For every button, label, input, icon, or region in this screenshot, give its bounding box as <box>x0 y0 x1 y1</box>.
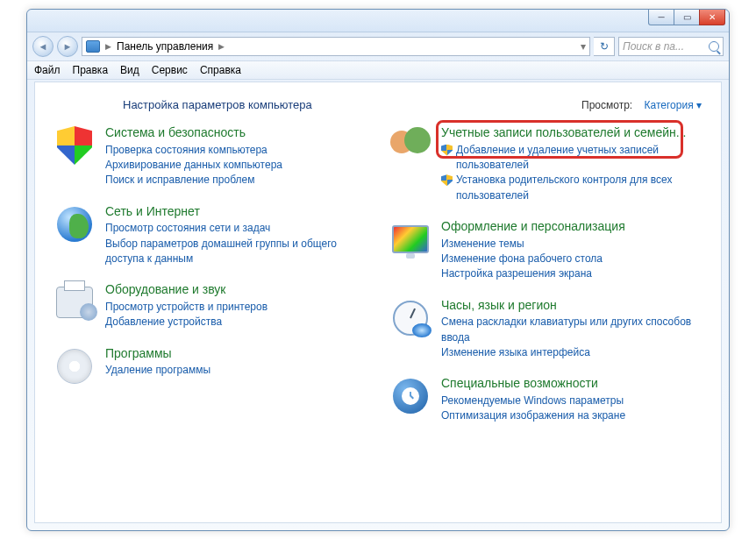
hardware-sound-icon <box>54 282 95 323</box>
search-input[interactable]: Поиск в па... <box>618 37 724 56</box>
close-button[interactable]: ✕ <box>699 10 725 25</box>
breadcrumb-sep-icon: ▶ <box>105 42 111 51</box>
breadcrumb-dropdown-icon[interactable]: ▾ <box>581 40 586 53</box>
category-programs: Программы Удаление программы <box>54 346 366 386</box>
link-troubleshoot[interactable]: Поиск и исправление проблем <box>105 173 366 188</box>
content-header: Настройка параметров компьютера Просмотр… <box>54 98 702 111</box>
window-controls: ─ ▭ ✕ <box>649 10 725 25</box>
category-link-appearance[interactable]: Оформление и персонализация <box>441 219 702 235</box>
category-system: Система и безопасность Проверка состояни… <box>54 125 366 188</box>
network-internet-icon <box>54 204 95 245</box>
link-wallpaper[interactable]: Изменение фона рабочего стола <box>441 252 702 266</box>
titlebar[interactable]: ─ ▭ ✕ <box>27 10 729 32</box>
category-link-clock[interactable]: Часы, язык и регион <box>441 298 702 314</box>
appearance-icon <box>390 219 431 259</box>
refresh-button[interactable]: ↻ <box>594 37 615 56</box>
menu-view[interactable]: Вид <box>120 64 139 76</box>
link-check-status[interactable]: Проверка состояния компьютера <box>105 143 366 158</box>
category-link-system[interactable]: Система и безопасность <box>105 125 366 141</box>
menu-file[interactable]: Файл <box>34 64 61 76</box>
right-column: Учетные записи пользователей и семейн...… <box>390 125 702 440</box>
link-parental-controls[interactable]: Установка родительского контроля для все… <box>456 173 702 203</box>
content-area: Настройка параметров компьютера Просмотр… <box>34 82 722 523</box>
left-column: Система и безопасность Проверка состояни… <box>54 125 366 440</box>
view-dropdown[interactable]: Категория ▾ <box>645 99 702 111</box>
category-network: Сеть и Интернет Просмотр состояния сети … <box>54 204 366 267</box>
uac-shield-icon <box>441 174 453 186</box>
link-homegroup[interactable]: Выбор параметров домашней группы и общег… <box>105 237 366 267</box>
link-network-status[interactable]: Просмотр состояния сети и задач <box>105 221 366 236</box>
link-backup[interactable]: Архивирование данных компьютера <box>105 158 366 173</box>
link-keyboard-layout[interactable]: Смена раскладки клавиатуры или других сп… <box>441 315 702 345</box>
back-button[interactable]: ◄ <box>32 36 53 57</box>
search-placeholder: Поиск в па... <box>623 40 684 53</box>
ease-of-access-icon <box>390 376 431 416</box>
category-link-users[interactable]: Учетные записи пользователей и семейн... <box>441 125 702 141</box>
menu-tools[interactable]: Сервис <box>152 64 188 76</box>
breadcrumb-title[interactable]: Панель управления <box>117 40 213 53</box>
page-title: Настройка параметров компьютера <box>123 98 312 111</box>
system-security-icon <box>54 125 95 166</box>
nav-toolbar: ◄ ► ▶ Панель управления ▶ ▾ ↻ Поиск в па… <box>27 32 729 60</box>
category-columns: Система и безопасность Проверка состояни… <box>54 125 702 440</box>
clock-region-icon <box>390 298 431 338</box>
window-frame: ─ ▭ ✕ ◄ ► ▶ Панель управления ▶ ▾ ↻ Поис… <box>26 9 730 531</box>
category-users: Учетные записи пользователей и семейн...… <box>390 125 702 203</box>
view-control: Просмотр: Категория ▾ <box>581 99 702 111</box>
view-label: Просмотр: <box>581 99 632 111</box>
category-link-ease[interactable]: Специальные возможности <box>441 376 702 392</box>
category-appearance: Оформление и персонализация Изменение те… <box>390 219 702 282</box>
menu-edit[interactable]: Правка <box>73 64 109 76</box>
link-devices[interactable]: Просмотр устройств и принтеров <box>105 300 366 315</box>
category-link-network[interactable]: Сеть и Интернет <box>105 204 366 220</box>
link-add-device[interactable]: Добавление устройства <box>105 315 366 330</box>
menu-help[interactable]: Справка <box>200 64 241 76</box>
search-icon <box>709 41 719 52</box>
control-panel-icon <box>86 40 100 53</box>
link-add-remove-users[interactable]: Добавление и удаление учетных записей по… <box>456 143 702 174</box>
link-ui-language[interactable]: Изменение языка интерфейса <box>441 345 702 360</box>
category-hardware: Оборудование и звук Просмотр устройств и… <box>54 282 366 330</box>
programs-icon <box>54 346 95 386</box>
uac-shield-icon <box>441 145 453 156</box>
minimize-button[interactable]: ─ <box>648 10 674 25</box>
link-uninstall[interactable]: Удаление программы <box>105 363 366 378</box>
forward-button[interactable]: ► <box>57 36 78 57</box>
category-ease: Специальные возможности Рекомендуемые Wi… <box>390 376 702 423</box>
category-clock: Часы, язык и регион Смена раскладки клав… <box>390 298 702 361</box>
category-link-programs[interactable]: Программы <box>105 346 366 362</box>
address-bar[interactable]: ▶ Панель управления ▶ ▾ <box>82 37 590 56</box>
link-theme[interactable]: Изменение темы <box>441 237 702 252</box>
breadcrumb-sep-icon: ▶ <box>218 42 225 51</box>
link-recommended-settings[interactable]: Рекомендуемые Windows параметры <box>441 394 702 408</box>
link-resolution[interactable]: Настройка разрешения экрана <box>441 266 702 281</box>
category-link-hardware[interactable]: Оборудование и звук <box>105 282 366 298</box>
maximize-button[interactable]: ▭ <box>674 10 700 25</box>
user-accounts-icon <box>390 125 431 166</box>
menu-bar: Файл Правка Вид Сервис Справка <box>27 60 729 80</box>
link-optimize-display[interactable]: Оптимизация изображения на экране <box>441 408 702 423</box>
